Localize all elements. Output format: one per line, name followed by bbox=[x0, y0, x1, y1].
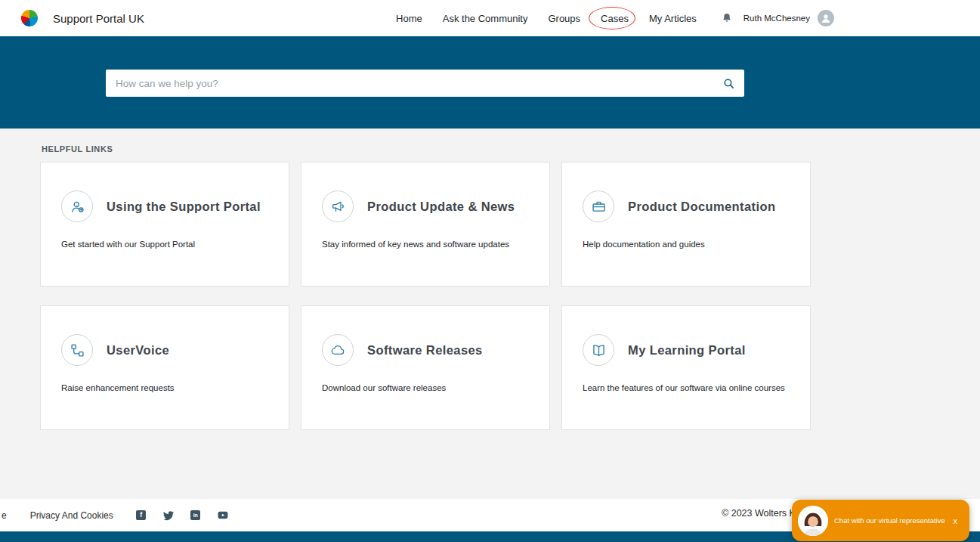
card-title: Product Documentation bbox=[628, 200, 775, 214]
card-title: UserVoice bbox=[107, 343, 169, 358]
wolters-kluwer-logo-icon[interactable] bbox=[21, 10, 38, 26]
main-content: HELPFUL LINKS Using the Support Portal G… bbox=[0, 129, 980, 499]
card-description: Download our software releases bbox=[322, 383, 533, 392]
nav-item-my-articles[interactable]: My Articles bbox=[649, 13, 697, 24]
card-description: Learn the features of our software via o… bbox=[583, 383, 793, 392]
social-links: f in bbox=[136, 510, 228, 521]
chat-close-button[interactable]: x bbox=[949, 516, 963, 526]
youtube-icon[interactable] bbox=[218, 510, 228, 521]
card-description: Stay informed of key news and software u… bbox=[322, 240, 533, 249]
facebook-icon[interactable]: f bbox=[136, 510, 147, 521]
top-navigation-bar: Support Portal UK Home Ask the Community… bbox=[0, 0, 980, 36]
helpful-links-grid: Using the Support Portal Get started wit… bbox=[40, 162, 811, 430]
user-name[interactable]: Ruth McChesney bbox=[744, 14, 810, 23]
open-book-icon bbox=[583, 334, 614, 366]
briefcase-icon bbox=[583, 190, 614, 222]
search-icon bbox=[722, 77, 735, 90]
twitter-icon[interactable] bbox=[163, 510, 174, 521]
chat-agent-avatar bbox=[798, 506, 828, 536]
card-title: Software Releases bbox=[367, 343, 483, 358]
nav-item-cases[interactable]: Cases bbox=[601, 13, 629, 24]
truncated-link-fragment: e bbox=[2, 510, 7, 521]
card-title: Product Update & News bbox=[367, 200, 515, 214]
nav-item-cases-label: Cases bbox=[601, 13, 629, 24]
nav-item-home[interactable]: Home bbox=[396, 13, 422, 24]
card-my-learning-portal[interactable]: My Learning Portal Learn the features of… bbox=[561, 305, 811, 430]
privacy-and-cookies-link[interactable]: Privacy And Cookies bbox=[30, 510, 113, 521]
helpful-links-heading: HELPFUL LINKS bbox=[42, 144, 113, 153]
user-area: Ruth McChesney bbox=[721, 10, 834, 26]
user-plus-icon bbox=[61, 190, 93, 222]
chat-message: Chat with our virtual representative bbox=[834, 516, 945, 525]
copyright-text: © 2023 Wolters Klu bbox=[722, 508, 803, 519]
main-nav: Home Ask the Community Groups Cases My A… bbox=[396, 13, 697, 24]
card-uservoice[interactable]: UserVoice Raise enhancement requests bbox=[40, 305, 289, 430]
workflow-icon bbox=[61, 334, 93, 366]
support-portal-page: Support Portal UK Home Ask the Community… bbox=[0, 0, 980, 542]
search-button[interactable] bbox=[718, 77, 744, 90]
chat-widget[interactable]: Chat with our virtual representative x bbox=[792, 500, 969, 541]
search-box bbox=[106, 70, 744, 97]
person-icon bbox=[820, 12, 832, 24]
user-avatar[interactable] bbox=[818, 10, 834, 26]
card-using-the-support-portal[interactable]: Using the Support Portal Get started wit… bbox=[40, 162, 289, 286]
card-product-documentation[interactable]: Product Documentation Help documentation… bbox=[561, 162, 811, 286]
linkedin-icon[interactable]: in bbox=[190, 510, 201, 521]
card-title: My Learning Portal bbox=[628, 343, 746, 358]
megaphone-icon bbox=[322, 190, 354, 222]
nav-item-groups[interactable]: Groups bbox=[548, 13, 580, 24]
cloud-icon bbox=[322, 334, 354, 366]
card-description: Raise enhancement requests bbox=[61, 383, 272, 392]
hero-banner bbox=[0, 36, 980, 129]
card-software-releases[interactable]: Software Releases Download our software … bbox=[301, 305, 550, 430]
card-description: Get started with our Support Portal bbox=[61, 240, 272, 249]
site-title: Support Portal UK bbox=[53, 12, 144, 25]
card-title: Using the Support Portal bbox=[107, 200, 261, 214]
notifications-bell-icon[interactable] bbox=[721, 12, 733, 24]
card-product-update-news[interactable]: Product Update & News Stay informed of k… bbox=[301, 162, 550, 286]
nav-item-ask-the-community[interactable]: Ask the Community bbox=[443, 13, 528, 24]
card-description: Help documentation and guides bbox=[583, 240, 793, 249]
search-input[interactable] bbox=[106, 69, 718, 98]
